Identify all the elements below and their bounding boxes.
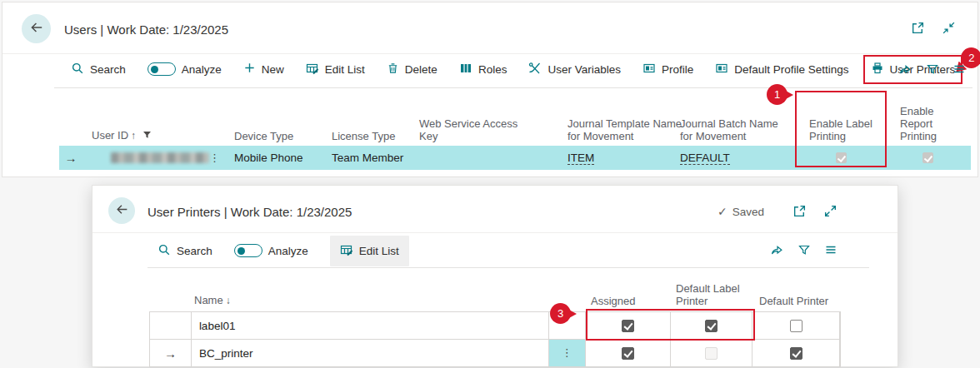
row-selector-cell[interactable]: →	[150, 340, 192, 366]
open-in-new-window-icon[interactable]	[792, 204, 807, 218]
search-icon	[71, 62, 84, 77]
back-arrow-icon	[29, 20, 44, 38]
row-options-icon[interactable]: ⋮	[562, 349, 572, 357]
search-button[interactable]: Search	[71, 62, 126, 77]
roles-button[interactable]: Roles	[459, 62, 508, 77]
back-arrow-icon	[115, 202, 129, 220]
options-menu-icon[interactable]	[952, 62, 966, 76]
search-button[interactable]: Search	[158, 243, 212, 259]
trash-icon	[387, 62, 399, 77]
cell-device-type[interactable]: Mobile Phone	[234, 146, 303, 170]
column-header-enable-report-printing[interactable]: Enable Report Printing	[900, 105, 952, 142]
user-id-redacted	[111, 152, 209, 163]
row-options-cell[interactable]: ⋮	[549, 340, 586, 366]
analyze-toggle[interactable]: Analyze	[234, 244, 308, 257]
id-card-icon	[642, 62, 656, 77]
toggle-off-icon[interactable]	[234, 244, 262, 257]
filter-icon[interactable]	[926, 62, 939, 76]
toggle-off-icon[interactable]	[148, 62, 176, 76]
delete-button[interactable]: Delete	[387, 62, 438, 77]
cell-journal-template[interactable]: ITEM	[568, 152, 594, 165]
column-header-journal-batch[interactable]: Journal Batch Name for Movement	[680, 117, 790, 142]
column-header-default-printer[interactable]: Default Printer	[759, 295, 828, 307]
sort-ascending-icon: ↑	[131, 130, 136, 142]
default-label-printer-cell[interactable]	[671, 312, 752, 339]
variable-branch-icon	[528, 62, 542, 77]
id-card-icon	[715, 62, 728, 77]
page-title: Users | Work Date: 1/23/2025	[64, 22, 228, 37]
user-printers-window: User Printers | Work Date: 1/23/2025 ✓ S…	[92, 185, 898, 367]
assigned-cell[interactable]	[586, 340, 672, 366]
saved-label: Saved	[732, 206, 764, 218]
cell-license-type[interactable]: Team Member	[332, 146, 403, 170]
row-options-icon[interactable]: ⋮	[209, 154, 220, 162]
default-printer-cell[interactable]	[752, 340, 840, 366]
search-icon	[158, 243, 171, 259]
default-profile-settings-button[interactable]: Default Profile Settings	[715, 62, 848, 77]
default-printer-cell[interactable]	[752, 312, 840, 339]
cell-name[interactable]: BC_printer	[192, 340, 549, 366]
back-button[interactable]	[108, 197, 135, 224]
column-header-default-label-printer[interactable]: Default Label Printer	[676, 282, 755, 307]
sort-descending-icon: ↓	[226, 295, 231, 306]
options-menu-icon[interactable]	[824, 243, 838, 256]
edit-list-icon	[306, 62, 319, 77]
cell-journal-batch[interactable]: DEFAULT	[680, 152, 730, 165]
column-header-assigned[interactable]: Assigned	[591, 295, 635, 307]
users-table-row[interactable]: → ⋮ Mobile Phone Team Member ITEM DEFAUL…	[59, 146, 971, 170]
user-variables-button[interactable]: User Variables	[528, 62, 621, 77]
default-printer-checkbox[interactable]	[790, 347, 802, 360]
column-header-license-type[interactable]: License Type	[332, 130, 395, 142]
saved-check-icon: ✓	[718, 205, 728, 218]
column-header-name[interactable]: Name↓	[194, 294, 231, 307]
edit-list-button[interactable]: Edit List	[330, 236, 409, 266]
printers-table: label01 → BC_printer ⋮	[149, 311, 841, 367]
plus-icon	[243, 62, 256, 77]
table-row[interactable]: label01	[150, 312, 840, 340]
filter-icon[interactable]	[798, 243, 811, 256]
current-row-arrow-icon: →	[65, 151, 78, 165]
cell-name[interactable]: label01	[192, 312, 549, 339]
column-header-device-type[interactable]: Device Type	[234, 130, 293, 142]
table-columns-icon	[459, 62, 472, 77]
assigned-checkbox[interactable]	[622, 347, 634, 360]
edit-list-icon	[340, 243, 353, 259]
open-in-new-window-icon[interactable]	[911, 21, 925, 35]
current-row-arrow-icon: →	[164, 346, 177, 361]
expand-window-icon[interactable]	[823, 204, 838, 218]
default-label-printer-cell[interactable]	[671, 340, 752, 366]
column-header-user-id[interactable]: User ID↑	[92, 129, 152, 142]
edit-list-button[interactable]: Edit List	[306, 62, 365, 77]
save-status: ✓ Saved	[718, 205, 764, 218]
screen: Users | Work Date: 1/23/2025 Search Anal…	[0, 0, 980, 368]
share-icon[interactable]	[769, 242, 784, 256]
printer-icon	[871, 62, 884, 77]
enable-report-printing-checkbox	[922, 152, 933, 163]
assigned-checkbox[interactable]	[622, 320, 634, 332]
column-header-web-service-access-key[interactable]: Web Service Access Key	[419, 117, 528, 142]
default-printer-checkbox[interactable]	[790, 320, 802, 332]
users-grid-header: User ID↑ Device Type License Type Web Se…	[2, 92, 979, 144]
table-row[interactable]: → BC_printer ⋮	[150, 340, 840, 367]
dialog-title: User Printers | Work Date: 1/23/2025	[148, 205, 352, 219]
back-button[interactable]	[22, 14, 51, 43]
profile-button[interactable]: Profile	[642, 62, 693, 77]
new-button[interactable]: New	[243, 62, 284, 77]
default-label-printer-checkbox[interactable]	[705, 320, 718, 332]
annotation-badge-3: 3	[550, 303, 571, 324]
printers-grid-header: Name↓ Assigned Default Label Printer Def…	[92, 269, 898, 309]
users-window: Users | Work Date: 1/23/2025 Search Anal…	[2, 2, 978, 177]
column-header-journal-template[interactable]: Journal Template Name for Movement	[568, 117, 688, 142]
analyze-toggle[interactable]: Analyze	[148, 62, 222, 76]
collapse-window-icon[interactable]	[942, 21, 956, 35]
enable-label-printing-checkbox	[836, 152, 847, 163]
column-header-enable-label-printing[interactable]: Enable Label Printing	[809, 117, 878, 142]
row-selector-cell[interactable]	[150, 312, 192, 339]
filter-applied-icon	[142, 129, 152, 142]
share-icon[interactable]	[898, 62, 912, 76]
annotation-badge-1: 1	[767, 84, 788, 105]
default-label-printer-checkbox	[705, 347, 718, 360]
assigned-cell[interactable]	[586, 312, 672, 339]
